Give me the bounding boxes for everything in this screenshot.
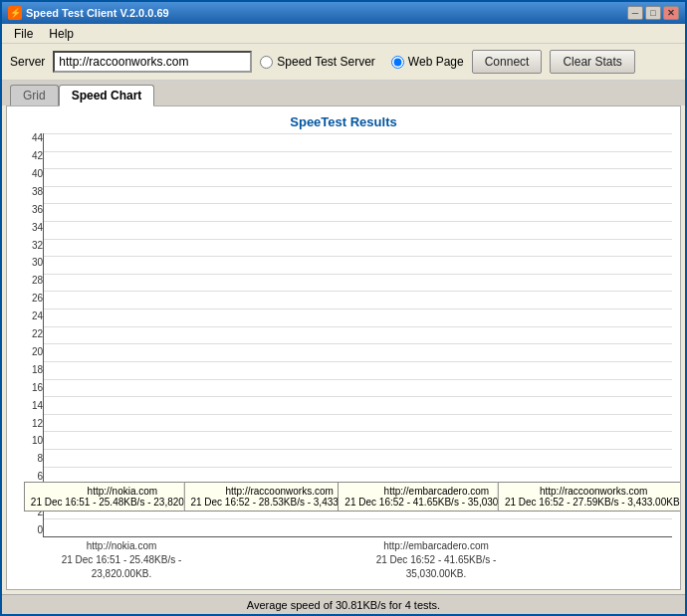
radio-web-page[interactable]: Web Page [391, 55, 464, 69]
y-axis-label: 22 [15, 329, 43, 339]
grid-line [44, 449, 672, 467]
menu-file[interactable]: File [6, 25, 41, 43]
tabs-bar: Grid Speed Chart [2, 81, 685, 105]
window-title: Speed Test Client V.2.0.0.69 [26, 7, 627, 19]
y-axis-label: 36 [15, 205, 43, 215]
grid-line [44, 151, 672, 169]
x-axis-label-0: http://nokia.com21 Dec 16:51 - 25.48KB/s… [43, 537, 200, 581]
y-axis-label: 28 [15, 276, 43, 286]
app-icon: ⚡ [8, 6, 22, 20]
x-axis-label-1 [200, 537, 357, 581]
grid-line [44, 467, 672, 485]
connect-button[interactable]: Connect [472, 50, 543, 74]
grid-line [44, 133, 672, 151]
minimize-button[interactable]: ─ [627, 6, 643, 20]
y-axis-label: 8 [15, 454, 43, 464]
y-axis-label: 30 [15, 258, 43, 268]
y-axis: 0246810121416182022242628303234363840424… [15, 133, 43, 537]
grid-line [44, 379, 672, 397]
main-window: ⚡ Speed Test Client V.2.0.0.69 ─ □ ✕ Fil… [0, 0, 687, 616]
grid-line [44, 274, 672, 292]
status-text: Average speed of 30.81KB/s for 4 tests. [247, 599, 440, 611]
grid-line [44, 308, 672, 326]
grid-line [44, 186, 672, 204]
y-axis-label: 32 [15, 241, 43, 251]
radio-speed-test[interactable]: Speed Test Server [260, 55, 375, 69]
window-controls: ─ □ ✕ [627, 6, 679, 20]
radio-group: Speed Test Server Web Page [260, 55, 463, 69]
grid-lines [44, 133, 672, 536]
close-button[interactable]: ✕ [663, 6, 679, 20]
grid-line [44, 361, 672, 379]
chart-area: 0246810121416182022242628303234363840424… [15, 133, 672, 581]
server-input[interactable] [53, 51, 252, 73]
y-axis-label: 34 [15, 223, 43, 233]
grid-line [44, 431, 672, 449]
y-axis-label: 0 [15, 525, 43, 535]
x-axis-label-3 [515, 537, 672, 581]
grid-line [44, 256, 672, 274]
grid-line [44, 291, 672, 308]
y-axis-label: 2 [15, 508, 43, 517]
chart-title: SpeeTest Results [15, 114, 672, 129]
y-axis-label: 26 [15, 294, 43, 304]
maximize-button[interactable]: □ [645, 6, 661, 20]
grid-line [44, 326, 672, 344]
y-axis-label: 18 [15, 365, 43, 375]
tab-grid[interactable]: Grid [10, 85, 59, 105]
y-axis-label: 44 [15, 133, 43, 143]
server-label: Server [10, 55, 45, 69]
y-axis-label: 16 [15, 383, 43, 393]
title-bar: ⚡ Speed Test Client V.2.0.0.69 ─ □ ✕ [2, 2, 685, 24]
y-axis-label: 10 [15, 436, 43, 446]
grid-line [44, 502, 672, 519]
clear-stats-button[interactable]: Clear Stats [550, 50, 634, 74]
y-axis-label: 12 [15, 419, 43, 429]
y-axis-label: 6 [15, 472, 43, 482]
grid-line [44, 343, 672, 361]
grid-line [44, 221, 672, 239]
status-bar: Average speed of 30.81KB/s for 4 tests. [2, 594, 685, 614]
y-axis-label: 20 [15, 347, 43, 357]
menu-bar: File Help [2, 24, 685, 44]
bars-area: http://nokia.com21 Dec 16:51 - 25.48KB/s… [43, 133, 672, 537]
grid-line [44, 239, 672, 257]
y-axis-label: 24 [15, 311, 43, 321]
chart-inner: 0246810121416182022242628303234363840424… [15, 133, 672, 537]
tab-speed-chart[interactable]: Speed Chart [59, 85, 155, 106]
grid-line [44, 168, 672, 186]
grid-line [44, 414, 672, 432]
grid-line [44, 203, 672, 221]
y-axis-label: 42 [15, 151, 43, 161]
grid-line [44, 484, 672, 502]
x-axis-labels: http://nokia.com21 Dec 16:51 - 25.48KB/s… [15, 537, 672, 581]
toolbar: Server Speed Test Server Web Page Connec… [2, 44, 685, 81]
y-axis-label: 14 [15, 401, 43, 411]
menu-help[interactable]: Help [41, 25, 82, 43]
chart-container: SpeeTest Results 02468101214161820222426… [6, 105, 681, 590]
grid-line [44, 396, 672, 414]
grid-line [44, 518, 672, 536]
x-axis-label-2: http://embarcadero.com21 Dec 16:52 - 41.… [357, 537, 515, 581]
y-axis-label: 38 [15, 187, 43, 197]
y-axis-label: 4 [15, 490, 43, 500]
y-axis-label: 40 [15, 169, 43, 179]
